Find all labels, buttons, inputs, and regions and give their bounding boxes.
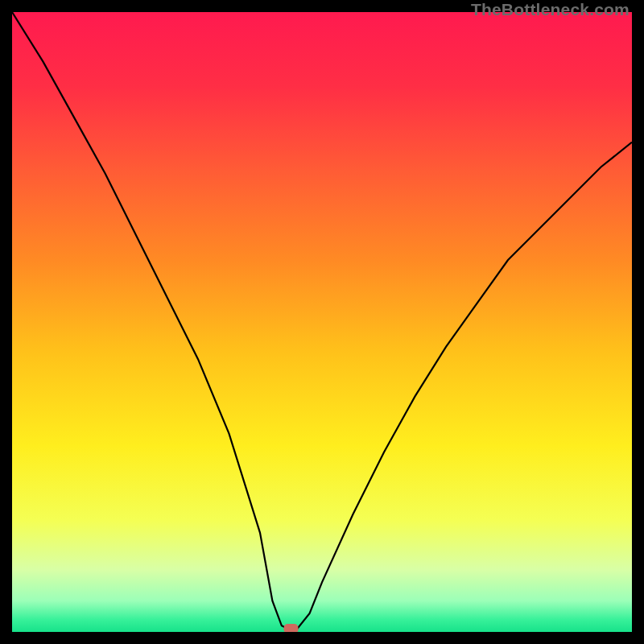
watermark-text: TheBottleneck.com bbox=[471, 0, 630, 19]
chart-background bbox=[12, 12, 632, 632]
chart-svg bbox=[12, 12, 632, 632]
minimum-marker bbox=[284, 624, 299, 632]
